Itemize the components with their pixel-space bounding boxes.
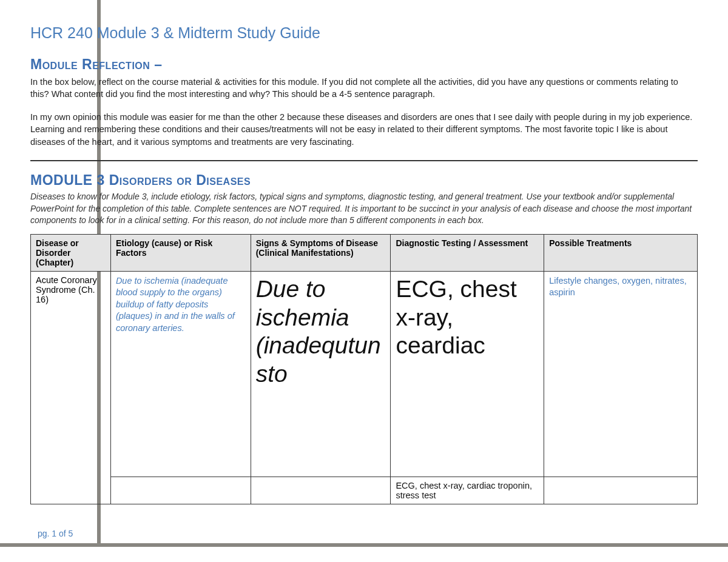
cell-signs-2 [251, 477, 391, 504]
cell-signs: Due to ischemia (inadequtunsto [251, 271, 391, 477]
disease-table: Disease or Disorder (Chapter) Etiology (… [30, 234, 698, 504]
table-row: Acute Coronary Syndrome (Ch. 16) Due to … [31, 271, 698, 477]
cell-disease-name: Acute Coronary Syndrome (Ch. 16) [31, 271, 111, 504]
th-etiology: Etiology (cause) or Risk Factors [110, 234, 251, 271]
table-row: ECG, chest x-ray, cardiac troponin, stre… [31, 477, 698, 504]
disorders-instruction: Diseases to know for Module 3, include e… [30, 191, 698, 227]
page-footer: pg. 1 of 5 [38, 529, 73, 538]
cell-diagnostic: ECG, chest x-ray, ceardiac [391, 271, 544, 477]
th-chapter: Disease or Disorder (Chapter) [31, 234, 111, 271]
document-title: HCR 240 Module 3 & Midterm Study Guide [30, 24, 698, 42]
table-header-row: Disease or Disorder (Chapter) Etiology (… [31, 234, 698, 271]
reflection-instruction: In the box below, reflect on the course … [30, 76, 698, 100]
section-divider [30, 160, 698, 161]
cell-treatments: Lifestyle changes, oxygen, nitrates, asp… [544, 271, 698, 477]
reflection-body: In my own opinion this module was easier… [30, 111, 698, 148]
page-content: HCR 240 Module 3 & Midterm Study Guide M… [0, 0, 728, 510]
cell-diagnostic-text: ECG, chest x-ray, ceardiac [396, 275, 539, 473]
th-treatments: Possible Treatments [544, 234, 698, 271]
cell-diagnostic-2: ECG, chest x-ray, cardiac troponin, stre… [391, 477, 544, 504]
cell-signs-text: Due to ischemia (inadequtunsto [256, 275, 386, 473]
section-heading-disorders: MODULE 3 Disorders or Diseases [30, 172, 698, 189]
th-diagnostic: Diagnostic Testing / Assessment [391, 234, 544, 271]
binding-margin-horizontal [0, 543, 728, 547]
cell-treatments-2 [544, 477, 698, 504]
th-signs: Signs & Symptoms of Disease (Clinical Ma… [251, 234, 391, 271]
section-heading-reflection: Module Reflection – [30, 56, 698, 73]
cell-etiology-2 [110, 477, 251, 504]
cell-etiology: Due to ischemia (inadequate blood supply… [110, 271, 251, 477]
